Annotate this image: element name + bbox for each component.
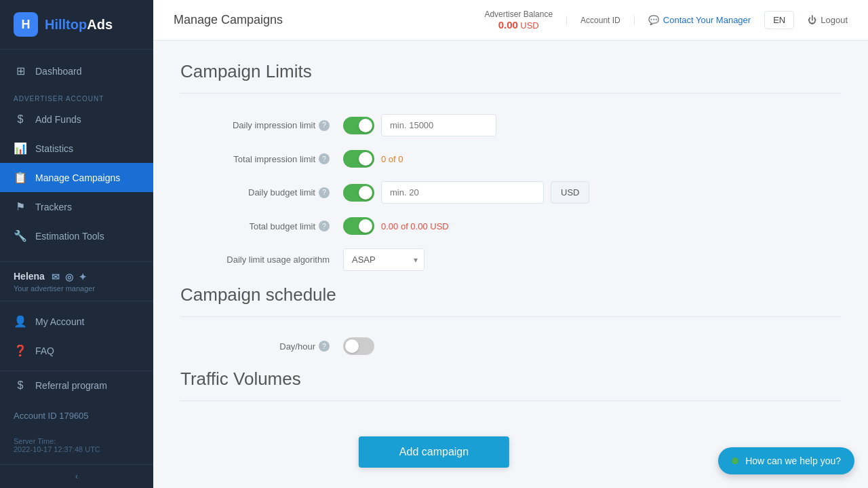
- sidebar-collapse-bottom[interactable]: ‹: [0, 464, 153, 488]
- server-time: Server Time: 2022-10-17 12:37:48 UTC: [0, 432, 153, 464]
- balance-label: Advertiser Balance: [484, 10, 553, 19]
- referral-icon: $: [14, 379, 27, 392]
- header-account-id: Account ID: [566, 16, 635, 25]
- daily-budget-help-icon[interactable]: ?: [319, 187, 330, 198]
- sidebar-item-dashboard[interactable]: ⊞ Dashboard: [0, 56, 153, 86]
- total-budget-value: 0.00 of 0.00 USD: [381, 221, 449, 231]
- sidebar-item-label: My Account: [35, 316, 84, 327]
- badge-icon[interactable]: ✦: [79, 271, 87, 282]
- sidebar-item-my-account[interactable]: 👤 My Account: [0, 307, 153, 336]
- day-hour-toggle[interactable]: [343, 337, 374, 355]
- campaign-schedule-title: Campaign schedule: [180, 284, 841, 317]
- manager-subtitle: Your advertiser manager: [14, 284, 140, 293]
- balance-amount: 0.00 USD: [484, 19, 553, 31]
- sidebar-item-trackers[interactable]: ⚑ Trackers: [0, 192, 153, 221]
- total-budget-limit-row: Total budget limit ? 0.00 of 0.00 USD: [194, 217, 841, 235]
- chat-widget-text: How can we help you?: [745, 455, 841, 466]
- daily-budget-input[interactable]: [381, 181, 544, 204]
- daily-algo-controls: ASAP Uniform: [343, 248, 425, 271]
- balance-currency: USD: [520, 20, 538, 31]
- total-budget-help-icon[interactable]: ?: [319, 221, 330, 231]
- sidebar-item-add-funds[interactable]: $ Add Funds: [0, 105, 153, 134]
- sidebar-item-label: Dashboard: [35, 66, 82, 77]
- sidebar-item-faq[interactable]: ❓ FAQ: [0, 336, 153, 365]
- logout-icon: ⏻: [808, 15, 816, 25]
- total-budget-controls: 0.00 of 0.00 USD: [343, 217, 449, 235]
- sidebar: H HilltopAds ⊞ Dashboard ADVERTISER ACCO…: [0, 0, 153, 488]
- chat-online-dot: [732, 457, 738, 464]
- toggle-slider: [343, 217, 374, 235]
- trackers-icon: ⚑: [14, 200, 27, 213]
- sidebar-item-estimation-tools[interactable]: 🔧 Estimation Tools: [0, 221, 153, 250]
- daily-budget-label: Daily budget limit ?: [194, 187, 343, 198]
- account-id-section: Account ID 179605: [0, 400, 153, 432]
- daily-impression-input[interactable]: [381, 114, 496, 136]
- skype-icon[interactable]: ◎: [65, 271, 73, 282]
- daily-impression-help-icon[interactable]: ?: [319, 120, 330, 131]
- daily-algo-label: Daily limit usage algorithm: [194, 255, 343, 265]
- total-impression-controls: 0 of 0: [343, 150, 403, 168]
- logo-icon: H: [14, 12, 38, 37]
- campaign-schedule-section: Day/hour ?: [180, 337, 841, 355]
- sidebar-item-referral[interactable]: $ Referral program: [0, 371, 153, 400]
- language-button[interactable]: EN: [764, 11, 794, 29]
- collapse-icon: ‹: [75, 472, 78, 481]
- daily-impression-limit-row: Daily impression limit ?: [194, 114, 841, 136]
- day-hour-help-icon[interactable]: ?: [319, 341, 330, 352]
- total-impression-help-icon[interactable]: ?: [319, 153, 330, 164]
- sidebar-item-label: Statistics: [35, 143, 73, 154]
- manager-icons: ✉ ◎ ✦: [52, 271, 87, 282]
- manager-name: Helena ✉ ◎ ✦: [14, 270, 140, 282]
- day-hour-label: Day/hour ?: [194, 341, 343, 352]
- total-budget-toggle[interactable]: [343, 217, 374, 235]
- campaign-limits-title: Campaign Limits: [180, 61, 841, 94]
- header: Manage Campaigns Advertiser Balance 0.00…: [153, 0, 868, 41]
- toggle-slider: [343, 150, 374, 168]
- chat-icon: 💬: [648, 15, 659, 25]
- campaigns-icon: 📋: [14, 171, 27, 184]
- day-hour-row: Day/hour ?: [194, 337, 841, 355]
- contact-manager-button[interactable]: 💬 Contact Your Manager: [648, 15, 751, 25]
- total-budget-label: Total budget limit ?: [194, 221, 343, 231]
- logo-text: HilltopAds: [45, 17, 113, 33]
- toggle-slider: [343, 117, 374, 134]
- sidebar-item-label: Referral program: [35, 380, 107, 391]
- grid-icon: ⊞: [14, 64, 27, 77]
- content-area: Campaign Limits Daily impression limit ?: [153, 41, 868, 488]
- stats-icon: 📊: [14, 142, 27, 155]
- algo-select[interactable]: ASAP Uniform: [343, 248, 425, 271]
- campaign-limits-section: Daily impression limit ? Total impressio…: [180, 114, 841, 271]
- sidebar-item-manage-campaigns[interactable]: 📋 Manage Campaigns: [0, 163, 153, 192]
- tools-icon: 🔧: [14, 229, 27, 242]
- advertiser-balance: Advertiser Balance 0.00 USD: [484, 10, 553, 31]
- funds-icon: $: [14, 113, 27, 126]
- daily-budget-limit-row: Daily budget limit ? USD: [194, 181, 841, 204]
- sidebar-item-label: Estimation Tools: [35, 231, 104, 242]
- daily-impression-label: Daily impression limit ?: [194, 120, 343, 131]
- currency-badge: USD: [551, 181, 589, 204]
- add-campaign-button[interactable]: Add campaign: [359, 436, 509, 468]
- main-area: Manage Campaigns Advertiser Balance 0.00…: [153, 0, 868, 488]
- daily-impression-toggle[interactable]: [343, 117, 374, 134]
- manager-section: Helena ✉ ◎ ✦ Your advertiser manager: [0, 261, 153, 301]
- sidebar-item-label: Add Funds: [35, 114, 81, 125]
- total-impression-toggle[interactable]: [343, 150, 374, 168]
- daily-impression-controls: [343, 114, 496, 136]
- header-right: Advertiser Balance 0.00 USD Account ID 💬…: [484, 10, 848, 31]
- daily-limit-algo-row: Daily limit usage algorithm ASAP Uniform: [194, 248, 841, 271]
- logout-button[interactable]: ⏻ Logout: [808, 15, 848, 25]
- toggle-slider: [343, 184, 374, 202]
- chat-widget[interactable]: How can we help you?: [718, 447, 854, 474]
- traffic-volumes-title: Traffic Volumes: [180, 369, 841, 401]
- account-id-text: Account ID 179605: [14, 411, 89, 421]
- sidebar-item-label: FAQ: [35, 345, 54, 356]
- sidebar-item-statistics[interactable]: 📊 Statistics: [0, 134, 153, 163]
- sidebar-item-label: Manage Campaigns: [35, 172, 120, 183]
- server-time-label: Server Time:: [14, 437, 140, 445]
- daily-budget-toggle[interactable]: [343, 184, 374, 202]
- algo-select-wrapper: ASAP Uniform: [343, 248, 425, 271]
- email-icon[interactable]: ✉: [52, 271, 60, 282]
- sidebar-item-label: Trackers: [35, 202, 72, 212]
- day-hour-controls: [343, 337, 374, 355]
- total-impression-label: Total impression limit ?: [194, 153, 343, 164]
